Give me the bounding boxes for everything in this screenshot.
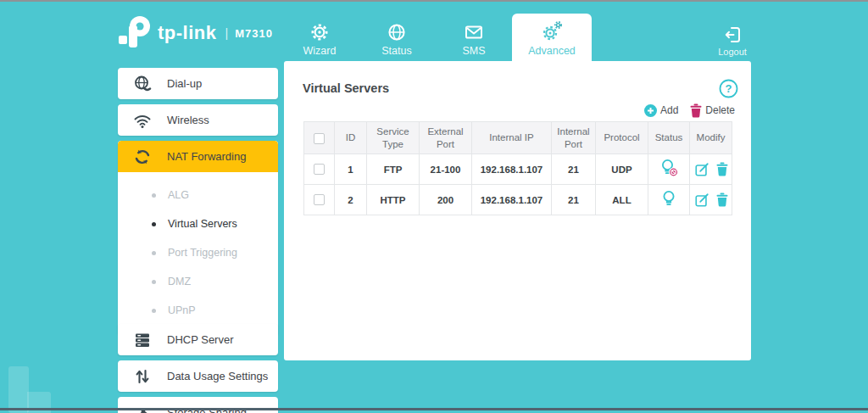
sidebar-item-nat-forwarding[interactable]: NAT Forwarding — [118, 141, 278, 172]
envelope-icon — [464, 22, 484, 42]
row-delete-button[interactable] — [716, 193, 728, 207]
tab-wizard[interactable]: Wizard — [286, 22, 353, 57]
nat-refresh-icon — [133, 148, 152, 166]
svg-text:?: ? — [726, 82, 732, 95]
sidebar-subitem-alg[interactable]: ALG — [118, 181, 278, 209]
server-icon — [133, 331, 152, 349]
row-checkbox[interactable] — [314, 164, 325, 175]
content-panel: Virtual Servers ? Add Delete — [284, 61, 751, 360]
table-row: 1 FTP 21-100 192.168.1.107 21 UDP — [304, 154, 732, 185]
bulb-enabled-icon — [658, 188, 680, 209]
logout-button[interactable]: Logout — [709, 24, 756, 57]
sidebar-item-storage-sharing[interactable]: Storage Sharing — [118, 397, 278, 413]
tab-wizard-label: Wizard — [303, 45, 337, 57]
trash-icon — [716, 193, 728, 207]
tab-advanced[interactable]: Advanced — [518, 20, 586, 57]
sidebar-subitem-virtual-servers[interactable]: Virtual Servers — [118, 209, 278, 238]
select-all-checkbox[interactable] — [314, 133, 325, 144]
header-internal-port: Internal Port — [552, 122, 596, 154]
sidebar-item-dialup[interactable]: Dial-up — [118, 68, 278, 99]
edit-button[interactable] — [694, 162, 709, 177]
table-action-bar: Add Delete — [640, 102, 735, 119]
cell-internal-ip: 192.168.1.107 — [472, 154, 552, 185]
gear-icon — [309, 22, 330, 42]
cell-id: 1 — [335, 154, 367, 185]
wifi-icon — [133, 111, 152, 130]
bullet-icon — [152, 251, 156, 255]
header-protocol: Protocol — [596, 122, 648, 154]
sidebar-item-label: NAT Forwarding — [167, 150, 246, 163]
nat-submenu: ALG Virtual Servers Port Triggering DMZ … — [118, 172, 278, 335]
cell-internal-ip: 192.168.1.107 — [472, 185, 552, 215]
logout-icon — [721, 24, 743, 46]
sidebar-subitem-dmz[interactable]: DMZ — [118, 267, 278, 296]
row-checkbox[interactable] — [314, 194, 325, 205]
tplink-logo-icon — [117, 15, 153, 51]
bullet-icon — [152, 280, 156, 284]
cell-internal-port: 21 — [552, 154, 596, 185]
sidebar-item-label: Wireless — [167, 114, 209, 126]
tab-status-label: Status — [381, 45, 411, 57]
cell-protocol: ALL — [596, 185, 648, 215]
subitem-label: ALG — [168, 189, 189, 201]
brand-name: tp-link — [158, 22, 217, 44]
sidebar-subitem-upnp[interactable]: UPnP — [118, 296, 278, 325]
edit-icon — [694, 193, 709, 208]
subitem-label: Port Triggering — [168, 247, 237, 259]
window-top-edge — [0, 0, 868, 2]
table-header-row: ID Service Type External Port Internal I… — [304, 122, 732, 154]
subitem-label: UPnP — [168, 304, 196, 316]
header-internal-ip: Internal IP — [472, 122, 552, 154]
window-bottom-edge — [0, 408, 868, 410]
sidebar-item-label: DHCP Server — [167, 333, 234, 346]
cell-internal-port: 21 — [552, 185, 596, 215]
status-disabled-toggle[interactable] — [658, 158, 680, 179]
page-title: Virtual Servers — [303, 81, 389, 95]
trash-icon — [716, 162, 728, 176]
header-external-port: External Port — [420, 122, 472, 154]
delete-button-label: Delete — [705, 104, 735, 116]
sidebar-item-dhcp-server[interactable]: DHCP Server — [118, 324, 278, 355]
status-enabled-toggle[interactable] — [658, 188, 680, 209]
tab-sms-label: SMS — [462, 45, 485, 57]
logout-label: Logout — [718, 47, 747, 57]
cell-service-type: HTTP — [367, 185, 420, 215]
add-button-label: Add — [660, 104, 678, 116]
double-gear-icon — [541, 20, 563, 42]
cell-external-port: 21-100 — [420, 154, 472, 185]
tab-advanced-label: Advanced — [528, 45, 576, 57]
add-button[interactable]: Add — [644, 104, 678, 117]
tab-sms[interactable]: SMS — [440, 22, 508, 57]
sidebar-item-label: Data Usage Settings — [167, 370, 268, 382]
sidebar-item-label: Dial-up — [167, 77, 202, 90]
tab-status[interactable]: Status — [363, 22, 431, 57]
virtual-servers-table: ID Service Type External Port Internal I… — [303, 121, 732, 215]
brand-model: M7310 — [235, 27, 273, 40]
edit-icon — [694, 162, 709, 177]
bulb-disabled-icon — [658, 158, 680, 179]
subitem-label: DMZ — [168, 276, 191, 287]
bullet-icon — [152, 193, 156, 198]
cell-service-type: FTP — [367, 154, 420, 185]
header-select — [304, 122, 335, 154]
header-status: Status — [648, 122, 690, 154]
edit-button[interactable] — [694, 193, 709, 208]
cell-id: 2 — [335, 185, 367, 215]
sidebar-group-nat-forwarding: NAT Forwarding ALG Virtual Servers Port … — [118, 141, 278, 335]
sidebar-subitem-port-triggering[interactable]: Port Triggering — [118, 238, 278, 267]
sidebar-item-data-usage-settings[interactable]: Data Usage Settings — [118, 360, 278, 392]
header-service-type: Service Type — [367, 122, 420, 154]
sidebar-item-wireless[interactable]: Wireless — [118, 104, 278, 136]
delete-trash-icon — [690, 103, 702, 118]
globe-icon — [387, 22, 407, 42]
table-row: 2 HTTP 200 192.168.1.107 21 ALL — [304, 185, 732, 215]
bullet-icon — [152, 309, 156, 313]
delete-button[interactable]: Delete — [690, 103, 735, 118]
help-button[interactable]: ? — [719, 79, 738, 98]
header-id: ID — [335, 122, 367, 154]
cell-external-port: 200 — [420, 185, 472, 215]
bullet-icon — [152, 222, 156, 226]
brand-logo: tp-link | M7310 — [117, 15, 273, 51]
row-delete-button[interactable] — [716, 162, 728, 176]
add-plus-icon — [644, 104, 657, 117]
